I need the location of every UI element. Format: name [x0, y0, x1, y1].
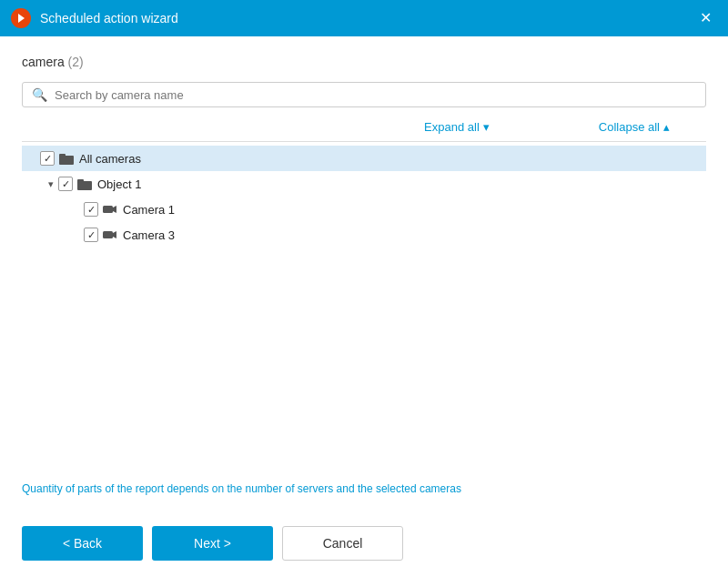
footer-buttons: < Back Next > Cancel: [0, 517, 728, 577]
expand-all-button[interactable]: Expand all ▾: [424, 120, 490, 134]
search-bar: 🔍: [22, 82, 706, 107]
folder-icon: [76, 176, 93, 192]
close-button[interactable]: ✕: [694, 7, 717, 29]
expand-icon: ▾: [483, 120, 490, 134]
tree-checkbox[interactable]: [84, 202, 98, 217]
section-count: (2): [68, 55, 84, 69]
next-button[interactable]: Next >: [152, 526, 273, 561]
svg-rect-4: [77, 179, 84, 183]
tree-row-label: Camera 1: [123, 203, 175, 217]
section-header: camera (2): [22, 55, 706, 69]
svg-marker-8: [113, 231, 116, 238]
expand-all-label: Expand all: [424, 120, 480, 134]
camera-icon: [102, 201, 118, 218]
svg-rect-7: [103, 231, 113, 238]
tree-row-label: All cameras: [79, 152, 141, 166]
tree-row-label: Object 1: [97, 177, 141, 191]
tree-row-label: Camera 3: [123, 228, 175, 242]
svg-rect-2: [59, 154, 66, 157]
search-input[interactable]: [55, 88, 696, 102]
svg-marker-6: [113, 206, 116, 213]
tree-row[interactable]: ▾ Object 1: [22, 171, 706, 197]
svg-rect-5: [103, 206, 113, 213]
tree-toggle-icon: ▾: [44, 177, 58, 191]
search-icon: 🔍: [32, 87, 47, 102]
tree-row[interactable]: All cameras: [22, 146, 706, 171]
app-icon: [11, 8, 31, 28]
dialog: Scheduled action wizard ✕ camera (2) 🔍 E…: [0, 0, 728, 577]
dialog-title: Scheduled action wizard: [40, 11, 694, 25]
tree-toggle-icon: [25, 151, 40, 166]
content-area: camera (2) 🔍 Expand all ▾ Collapse all ▴: [0, 36, 728, 517]
camera-icon: [102, 227, 118, 243]
tree-checkbox[interactable]: [84, 228, 98, 242]
expand-collapse-bar: Expand all ▾ Collapse all ▴: [22, 120, 706, 142]
tree-list: All cameras▾ Object 1 Camera 1 Camera 3: [22, 146, 706, 473]
tree-checkbox[interactable]: [58, 177, 73, 191]
tree-toggle-icon: [69, 202, 84, 217]
tree-checkbox[interactable]: [40, 151, 55, 166]
tree-toggle-icon: [69, 228, 84, 242]
collapse-all-label: Collapse all: [599, 120, 660, 134]
svg-marker-0: [18, 14, 25, 23]
cancel-button[interactable]: Cancel: [282, 526, 403, 561]
footer-note: Quantity of parts of the report depends …: [22, 473, 706, 508]
back-button[interactable]: < Back: [22, 526, 143, 561]
tree-row[interactable]: Camera 3: [22, 222, 706, 248]
collapse-all-button[interactable]: Collapse all ▴: [599, 120, 670, 134]
folder-icon: [58, 150, 75, 167]
tree-row[interactable]: Camera 1: [22, 197, 706, 222]
section-label: camera: [22, 55, 65, 69]
collapse-icon: ▴: [663, 120, 670, 134]
titlebar: Scheduled action wizard ✕: [0, 0, 728, 36]
